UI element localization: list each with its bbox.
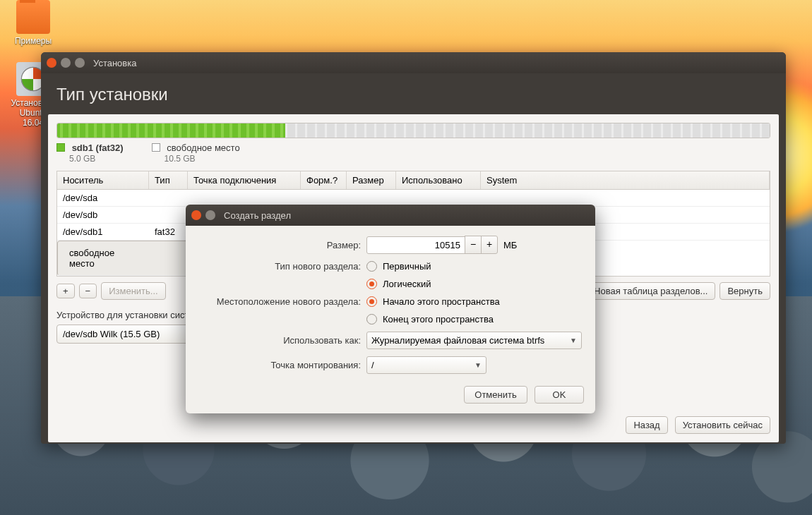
partition-segment-free[interactable] (285, 123, 770, 138)
partition-segment-used[interactable] (57, 123, 285, 138)
dialog-title: Создать раздел (224, 210, 291, 221)
col-format[interactable]: Форм.? (301, 171, 347, 189)
size-label: Размер: (198, 240, 361, 250)
legend-free-label: свободное место (167, 143, 239, 153)
new-partition-table-button[interactable]: Новая таблица разделов... (586, 282, 715, 300)
partition-type-label: Тип нового раздела: (198, 261, 361, 272)
mount-point-value: / (371, 360, 374, 370)
col-used[interactable]: Использовано (396, 171, 481, 189)
size-input[interactable] (366, 236, 465, 254)
window-maximize-icon[interactable] (75, 58, 85, 68)
revert-button[interactable]: Вернуть (720, 282, 770, 300)
radio-location-end[interactable] (366, 314, 377, 325)
legend-used-size: 5.0 GB (69, 154, 95, 164)
radio-location-begin[interactable] (366, 296, 377, 307)
legend-swatch-used (56, 143, 65, 152)
legend-swatch-free (152, 143, 160, 152)
use-as-select[interactable]: Журналируемая файловая система btrfs ▼ (366, 332, 582, 349)
remove-partition-button[interactable]: − (79, 284, 97, 298)
bootloader-value: /dev/sdb Wilk (15.5 GB) (63, 329, 160, 339)
change-partition-button[interactable]: Изменить... (101, 282, 165, 300)
titlebar[interactable]: Установка (41, 52, 786, 73)
dialog-cancel-button[interactable]: Отменить (464, 386, 527, 404)
back-button[interactable]: Назад (626, 416, 667, 434)
partition-bar[interactable] (56, 123, 770, 138)
radio-end-label: Конец этого пространства (383, 314, 494, 325)
size-decrement-button[interactable]: − (465, 236, 482, 254)
radio-primary[interactable] (366, 261, 377, 272)
dialog-minimize-icon[interactable] (205, 210, 215, 220)
legend-free-size: 10.5 GB (165, 154, 196, 164)
legend-free: свободное место 10.5 GB (152, 143, 240, 164)
radio-primary-label: Первичный (383, 261, 431, 272)
window-close-icon[interactable] (47, 58, 56, 68)
dialog-close-icon[interactable] (191, 210, 201, 220)
create-partition-dialog: Создать раздел Размер: − + МБ Тип нового… (186, 205, 595, 413)
legend-used-label: sdb1 (fat32) (72, 143, 124, 153)
legend-used: sdb1 (fat32) 5.0 GB (56, 143, 124, 164)
chevron-down-icon: ▼ (570, 337, 577, 344)
use-as-label: Использовать как: (198, 335, 361, 346)
radio-logical-label: Логический (383, 279, 431, 289)
use-as-value: Журналируемая файловая система btrfs (371, 335, 544, 346)
size-increment-button[interactable]: + (481, 236, 498, 254)
mount-point-label: Точка монтирования: (198, 360, 361, 370)
window-title: Установка (93, 58, 136, 68)
dialog-ok-button[interactable]: OK (535, 386, 584, 404)
col-size[interactable]: Размер (347, 171, 396, 189)
col-type[interactable]: Тип (149, 171, 188, 189)
dialog-titlebar[interactable]: Создать раздел (186, 205, 595, 226)
col-system[interactable]: System (481, 171, 770, 189)
radio-logical[interactable] (366, 279, 377, 289)
window-minimize-icon[interactable] (61, 58, 71, 68)
location-label: Местоположение нового раздела: (198, 296, 361, 307)
folder-icon (16, 0, 50, 34)
radio-begin-label: Начало этого пространства (383, 296, 500, 307)
col-device[interactable]: Носитель (57, 171, 149, 189)
add-partition-button[interactable]: + (56, 284, 75, 298)
chevron-down-icon: ▼ (474, 361, 482, 369)
table-header: Носитель Тип Точка подключения Форм.? Ра… (57, 171, 770, 190)
desktop-icon-examples[interactable]: Примеры (8, 0, 58, 46)
mount-point-combo[interactable]: / ▼ (366, 356, 486, 374)
size-spinner[interactable]: − + (366, 236, 498, 254)
size-unit: МБ (503, 240, 517, 250)
col-mount[interactable]: Точка подключения (188, 171, 301, 189)
install-now-button[interactable]: Установить сейчас (675, 416, 770, 434)
desktop-icon-label: Примеры (8, 36, 58, 46)
page-heading: Тип установки (41, 73, 786, 114)
